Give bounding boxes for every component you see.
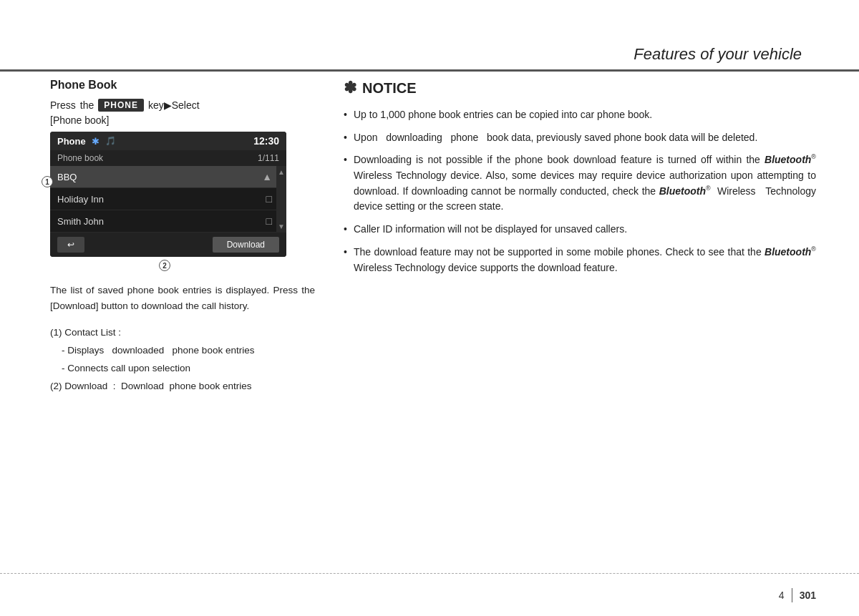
screen-row-2: Holiday Inn □ [50, 188, 286, 210]
screen-row-1-label: BBQ [57, 172, 77, 182]
list-items: (1) Contact List : - Displays downloaded… [50, 325, 315, 395]
phone-badge: PHONE [98, 99, 144, 112]
bluetooth-icon: ✱ [92, 136, 100, 147]
bluetooth-ref-1: Bluetooth [765, 154, 811, 165]
press-line: Press the PHONE key▶Select [50, 99, 315, 112]
bluetooth-sup-1: ® [811, 154, 816, 161]
screen-row-1: BBQ ▲ [50, 166, 286, 188]
screen-header: Phone ✱ 🎵 12:30 [50, 132, 286, 150]
list-item-1: (1) Contact List : [50, 325, 315, 341]
notice-list: Up to 1,000 phone book entries can be co… [344, 107, 816, 275]
screen-subheader-count: 1/111 [258, 153, 279, 163]
scroll-up-icon[interactable]: ▲ [278, 168, 285, 176]
phone-screen: Phone ✱ 🎵 12:30 Phone book 1/111 BBQ [50, 132, 286, 257]
screen-row-2-icon: □ [266, 193, 272, 205]
footer: 4 301 [0, 573, 859, 616]
left-column: Phone Book Press the PHONE key▶Select [P… [50, 79, 315, 559]
screen-row-3: Smith John □ [50, 210, 286, 233]
main-content: Phone Book Press the PHONE key▶Select [P… [50, 79, 816, 559]
download-button[interactable]: Download [213, 237, 279, 253]
screen-wrapper: 1 Phone ✱ 🎵 12:30 Phone book 1/111 [50, 132, 315, 257]
scrollbar[interactable]: ▲ ▼ [276, 166, 286, 233]
screen-time: 12:30 [253, 135, 279, 147]
list-item-2: (2) Download : Download phone book entri… [50, 378, 315, 395]
screen-row-1-icon: ▲ [262, 171, 272, 182]
notice-header: ✽ NOTICE [344, 79, 816, 97]
list-item-1a: - Displays downloaded phone book entries [50, 343, 315, 359]
the-text: the [80, 99, 94, 111]
bluetooth-ref-3: Bluetooth [765, 246, 811, 258]
screen-subheader-label: Phone book [57, 153, 103, 163]
notice-item-1: Up to 1,000 phone book entries can be co… [344, 107, 816, 123]
header-title: Features of your vehicle [634, 45, 859, 69]
notice-item-4: Caller ID information will not be displa… [344, 222, 816, 238]
bluetooth-sup-2: ® [706, 185, 711, 192]
notice-item-5: The download feature may not be supporte… [344, 245, 816, 275]
screen-list: BBQ ▲ Holiday Inn □ Smith John □ [50, 166, 286, 233]
page-number: 4 301 [779, 588, 816, 602]
screen-row-2-label: Holiday Inn [57, 194, 104, 205]
chapter-number: 4 [779, 590, 785, 601]
notice-symbol: ✽ [344, 79, 356, 97]
page-divider [792, 588, 792, 602]
page-num-display: 301 [800, 590, 816, 601]
right-column: ✽ NOTICE Up to 1,000 phone book entries … [344, 79, 816, 559]
description-text: The list of saved phone book entries is … [50, 283, 315, 313]
back-button[interactable]: ↩ [57, 237, 84, 253]
bluetooth-ref-2: Bluetooth [659, 185, 706, 197]
screen-list-container: BBQ ▲ Holiday Inn □ Smith John □ [50, 166, 286, 233]
screen-header-left: Phone ✱ 🎵 [57, 136, 116, 147]
scroll-down-icon[interactable]: ▼ [278, 223, 285, 230]
section-title: Phone Book [50, 79, 315, 92]
list-item-1b: - Connects call upon selection [50, 361, 315, 377]
press-text: Press [50, 99, 76, 111]
bluetooth-sup-3: ® [811, 245, 816, 253]
circle-1: 1 [42, 176, 53, 187]
screen-row-3-icon: □ [266, 215, 272, 227]
phone-book-bracket: [Phone book] [50, 114, 315, 126]
screen-footer: ↩ Download [50, 233, 286, 257]
key-select-text: key▶Select [148, 99, 200, 111]
notice-item-2: Upon downloading phone book data, previo… [344, 130, 816, 146]
notice-item-3: Downloading is not possible if the phone… [344, 152, 816, 215]
header-bar: Features of your vehicle [0, 0, 859, 72]
circle-2: 2 [159, 260, 170, 271]
screen-app-name: Phone [57, 136, 86, 147]
phone-connected-icon: 🎵 [105, 136, 116, 146]
screen-subheader: Phone book 1/111 [50, 150, 286, 166]
notice-title: NOTICE [362, 80, 417, 97]
screen-row-3-label: Smith John [57, 216, 104, 227]
